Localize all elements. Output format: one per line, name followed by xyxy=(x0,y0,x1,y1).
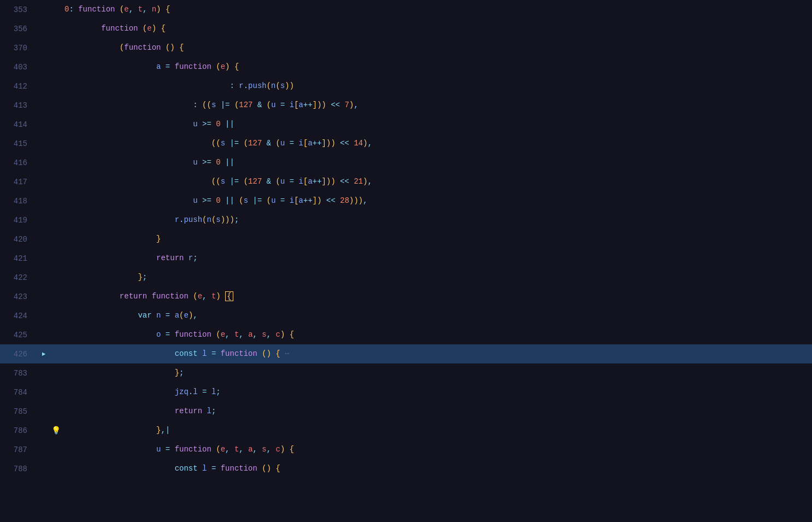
line-num-370: 370 xyxy=(0,44,38,52)
line-content-424: var n = a(e), xyxy=(62,306,198,325)
line-num-353: 353 xyxy=(0,5,38,14)
line-num-785: 785 xyxy=(0,407,38,416)
line-content-787: u = function (e, t, a, s, c) { xyxy=(62,440,294,459)
line-num-417: 417 xyxy=(0,178,38,186)
line-content-412: : r.push(n(s)) xyxy=(62,77,294,96)
code-line-413: 413 : ((s |= (127 & (u = i[a++])) << 7), xyxy=(0,96,812,115)
code-line-422: 422 }; xyxy=(0,268,812,287)
line-content-421: return r; xyxy=(62,249,198,268)
line-content-415: ((s |= (127 & (u = i[a++])) << 14), xyxy=(62,134,372,153)
line-num-787: 787 xyxy=(0,445,38,454)
code-line-785: 785 return l; xyxy=(0,402,812,421)
line-content-425: o = function (e, t, a, s, c) { xyxy=(62,325,294,344)
line-content-370: (function () { xyxy=(62,38,184,57)
code-line-425: 425 o = function (e, t, a, s, c) { xyxy=(0,325,812,344)
line-content-785: return l; xyxy=(62,402,216,421)
code-line-414: 414 u >= 0 || xyxy=(0,115,812,134)
code-line-426: 426 ► const l = function () { ⋯ xyxy=(0,344,812,363)
code-line-419: 419 r.push(n(s))); xyxy=(0,210,812,230)
code-line-356: 356 function (e) { xyxy=(0,19,812,38)
line-content-788: const l = function () { xyxy=(62,459,280,478)
line-num-413: 413 xyxy=(0,101,38,110)
line-num-784: 784 xyxy=(0,388,38,397)
line-num-786: 786 xyxy=(0,426,38,435)
line-content-783: }; xyxy=(62,363,184,383)
code-line-353: 353 0: function (e, t, n) { xyxy=(0,0,812,19)
code-line-418: 418 u >= 0 || (s |= (u = i[a++]) << 28))… xyxy=(0,191,812,210)
fold-arrow-426[interactable]: ► xyxy=(40,350,48,358)
code-line-417: 417 ((s |= (127 & (u = i[a++])) << 21), xyxy=(0,172,812,191)
line-content-784: jzq.l = l; xyxy=(62,383,221,402)
line-content-413: : ((s |= (127 & (u = i[a++])) << 7), xyxy=(62,96,358,115)
line-content-356: function (e) { xyxy=(62,19,166,38)
code-line-786: 786 💡 },| xyxy=(0,421,812,440)
line-content-420: } xyxy=(62,230,161,249)
line-content-353: 0: function (e, t, n) { xyxy=(62,0,170,19)
code-container: 353 0: function (e, t, n) { 356 function… xyxy=(0,0,812,478)
line-content-422: }; xyxy=(62,268,147,287)
code-line-421: 421 return r; xyxy=(0,249,812,268)
line-num-403: 403 xyxy=(0,63,38,72)
bulb-786[interactable]: 💡 xyxy=(49,426,62,435)
line-content-403: a = function (e) { xyxy=(62,57,239,77)
line-content-417: ((s |= (127 & (u = i[a++])) << 21), xyxy=(62,172,372,191)
code-line-423: 423 return function (e, t) { xyxy=(0,287,812,306)
code-line-403: 403 a = function (e) { xyxy=(0,57,812,77)
line-content-416: u >= 0 || xyxy=(62,153,234,172)
line-num-422: 422 xyxy=(0,273,38,282)
code-editor: 353 0: function (e, t, n) { 356 function… xyxy=(0,0,812,522)
line-num-420: 420 xyxy=(0,235,38,244)
line-num-419: 419 xyxy=(0,216,38,225)
code-line-424: 424 var n = a(e), xyxy=(0,306,812,325)
line-num-416: 416 xyxy=(0,159,38,167)
code-line-416: 416 u >= 0 || xyxy=(0,153,812,172)
code-line-412: 412 : r.push(n(s)) xyxy=(0,77,812,96)
line-content-418: u >= 0 || (s |= (u = i[a++]) << 28))), xyxy=(62,191,368,210)
code-line-783: 783 }; xyxy=(0,363,812,383)
code-line-370: 370 (function () { xyxy=(0,38,812,57)
code-line-788: 788 const l = function () { xyxy=(0,459,812,478)
lightbulb-icon[interactable]: 💡 xyxy=(51,426,61,435)
line-num-425: 425 xyxy=(0,331,38,339)
line-num-356: 356 xyxy=(0,25,38,33)
line-content-426: const l = function () { ⋯ xyxy=(62,344,290,363)
line-num-783: 783 xyxy=(0,369,38,378)
line-content-423: return function (e, t) { xyxy=(62,287,233,306)
fold-426[interactable]: ► xyxy=(38,350,49,358)
code-line-784: 784 jzq.l = l; xyxy=(0,383,812,402)
code-line-415: 415 ((s |= (127 & (u = i[a++])) << 14), xyxy=(0,134,812,153)
line-num-414: 414 xyxy=(0,120,38,129)
code-line-420: 420 } xyxy=(0,230,812,249)
line-num-423: 423 xyxy=(0,292,38,301)
line-content-786: },| xyxy=(62,421,170,440)
line-num-418: 418 xyxy=(0,197,38,206)
code-line-787: 787 u = function (e, t, a, s, c) { xyxy=(0,440,812,459)
line-content-414: u >= 0 || xyxy=(62,115,234,134)
line-num-415: 415 xyxy=(0,139,38,148)
line-num-412: 412 xyxy=(0,82,38,91)
line-num-788: 788 xyxy=(0,465,38,473)
line-num-424: 424 xyxy=(0,312,38,320)
line-num-421: 421 xyxy=(0,254,38,263)
line-num-426: 426 xyxy=(0,350,38,359)
line-content-419: r.push(n(s))); xyxy=(62,210,239,230)
